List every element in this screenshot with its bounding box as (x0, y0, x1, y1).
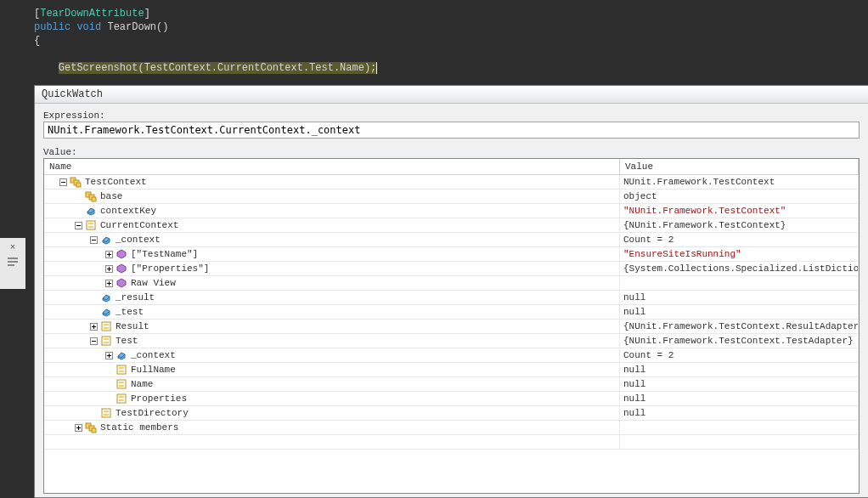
svg-rect-52 (119, 367, 124, 369)
tool-icon[interactable] (6, 255, 20, 269)
class-icon (70, 176, 82, 188)
method-icon (116, 263, 127, 274)
table-row[interactable]: ["Properties"]{System.Collections.Specia… (44, 262, 859, 276)
grid-rows: TestContextNUnit.Framework.TestContextba… (44, 175, 859, 493)
row-value: {System.Collections.Specialized.ListDict… (620, 262, 859, 275)
prop-icon (100, 407, 112, 419)
row-value: null (620, 377, 859, 391)
table-row[interactable]: contextKey"NUnit.Framework.TestContext" (44, 204, 859, 218)
row-name: _test (116, 305, 144, 319)
row-value: {NUnit.Framework.TestContext} (620, 218, 859, 232)
row-value: Count = 2 (620, 348, 859, 362)
close-icon[interactable]: × (10, 241, 15, 252)
side-panel: × (0, 238, 25, 289)
table-row[interactable]: TestDirectorynull (44, 406, 859, 421)
code-editor[interactable]: [TearDownAttribute] public void TearDown… (0, 0, 868, 75)
expand-icon[interactable] (104, 263, 114, 274)
collapse-icon[interactable] (88, 235, 99, 245)
collapse-icon[interactable] (58, 177, 68, 187)
svg-rect-44 (104, 338, 109, 340)
row-value: "EnsureSiteIsRunning" (620, 247, 859, 261)
row-value: null (620, 363, 859, 376)
table-row[interactable]: _resultnull (44, 291, 859, 305)
row-name: base (100, 190, 122, 203)
expand-icon[interactable] (104, 278, 114, 288)
method-icon (116, 277, 127, 289)
row-name: _result (116, 291, 155, 304)
table-row[interactable]: CurrentContext{NUnit.Framework.TestConte… (44, 218, 859, 233)
svg-rect-57 (117, 394, 126, 403)
code-line: public void TearDown() (34, 20, 868, 34)
table-row[interactable]: Static members (44, 421, 859, 435)
prop-icon (85, 219, 97, 231)
svg-rect-68 (92, 428, 96, 433)
row-name: Raw View (131, 276, 176, 290)
expand-icon[interactable] (88, 321, 99, 331)
row-name: Test (116, 334, 138, 348)
expression-label: Expression: (43, 110, 860, 121)
collapse-icon[interactable] (73, 220, 83, 230)
svg-rect-15 (87, 221, 95, 229)
row-name: TestContext (85, 175, 147, 189)
column-header-name[interactable]: Name (44, 159, 620, 174)
svg-rect-56 (119, 385, 124, 387)
expand-icon[interactable] (104, 350, 114, 360)
table-row[interactable]: Result{NUnit.Framework.TestContext.Resul… (44, 320, 859, 334)
row-value: {NUnit.Framework.TestContext.ResultAdapt… (620, 320, 859, 333)
row-value: null (620, 305, 859, 319)
row-name: _context (131, 348, 176, 362)
row-name: ["Properties"] (131, 262, 209, 275)
expand-icon[interactable] (73, 422, 83, 433)
table-row[interactable]: Namenull (44, 377, 859, 392)
expand-icon[interactable] (104, 249, 114, 259)
field-icon (100, 306, 112, 318)
svg-rect-53 (119, 371, 124, 372)
prop-icon (116, 378, 127, 390)
method-icon (116, 248, 127, 260)
row-value (620, 276, 859, 290)
table-row[interactable]: _testnull (44, 305, 859, 320)
row-name: Result (116, 320, 149, 333)
svg-rect-10 (92, 197, 96, 201)
table-row[interactable]: Test{NUnit.Framework.TestContext.TestAda… (44, 334, 859, 348)
collapse-icon[interactable] (88, 336, 99, 346)
column-header-value[interactable]: Value (620, 159, 859, 174)
svg-rect-54 (117, 380, 126, 388)
row-name: TestDirectory (116, 406, 189, 420)
value-label: Value: (43, 147, 860, 157)
svg-rect-39 (104, 324, 109, 325)
prop-icon (100, 320, 112, 332)
field-icon (100, 234, 112, 246)
svg-rect-16 (88, 223, 93, 224)
svg-rect-17 (88, 226, 93, 228)
row-name: Properties (131, 392, 187, 405)
row-name: _context (116, 233, 161, 246)
row-value: object (620, 190, 859, 203)
code-line-highlighted: GetScreenshot(TestContext.CurrentContext… (34, 61, 868, 75)
svg-rect-59 (119, 399, 124, 401)
prop-icon (116, 393, 127, 405)
expression-input[interactable] (43, 122, 860, 139)
row-name: ["TestName"] (131, 247, 198, 261)
table-row[interactable]: _contextCount = 2 (44, 233, 859, 247)
svg-rect-7 (76, 183, 81, 187)
table-row[interactable]: Propertiesnull (44, 392, 859, 406)
table-row-empty (44, 435, 859, 450)
table-row[interactable]: FullNamenull (44, 363, 859, 377)
svg-rect-62 (104, 414, 109, 416)
table-row[interactable]: _contextCount = 2 (44, 348, 859, 363)
svg-rect-1 (8, 261, 18, 263)
table-row[interactable]: TestContextNUnit.Framework.TestContext (44, 175, 859, 190)
row-value: {NUnit.Framework.TestContext.TestAdapter… (620, 334, 859, 348)
table-row[interactable]: Raw View (44, 276, 859, 291)
table-row[interactable]: baseobject (44, 190, 859, 204)
grid-header: Name Value (44, 159, 859, 175)
prop-icon (116, 364, 127, 376)
svg-rect-61 (104, 410, 109, 412)
row-value: Count = 2 (620, 233, 859, 246)
svg-rect-51 (117, 365, 126, 374)
table-row[interactable]: ["TestName"]"EnsureSiteIsRunning" (44, 247, 859, 262)
row-name: Static members (100, 421, 178, 434)
svg-rect-55 (119, 382, 124, 383)
field-icon (116, 349, 127, 361)
